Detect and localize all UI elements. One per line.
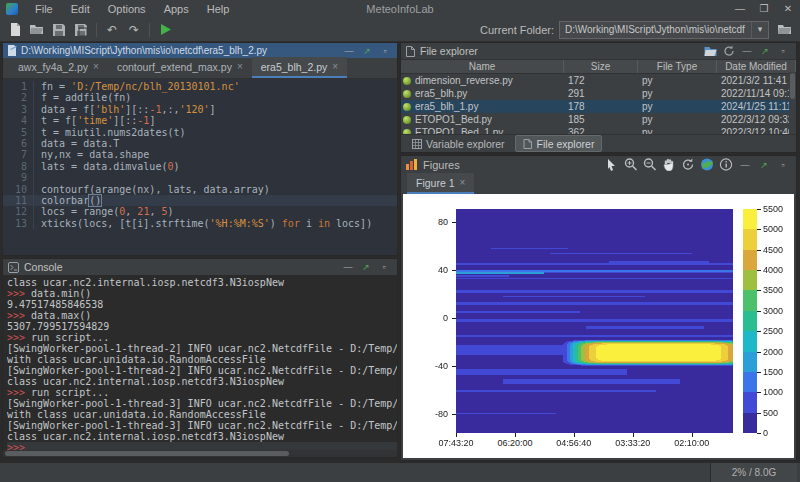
close-icon[interactable]: × [237,61,243,72]
file-table-scrollbar[interactable] [789,72,796,134]
code-line-10[interactable]: 10contourf(arange(nx), lats, data.array) [3,184,397,195]
menu-options[interactable]: Options [99,0,155,18]
python-file-icon [403,129,411,135]
window-close-button[interactable]: ✕ [776,0,800,18]
scrollbar-thumb[interactable] [5,451,289,456]
figures-float-button[interactable]: ↗ [756,158,772,172]
figures-minimize-button[interactable]: — [737,158,753,172]
table-row[interactable]: era5_blh.py291py2022/11/14 09:11 [401,87,796,100]
column-header-date-modified[interactable]: Date Modified [717,60,796,73]
line-number: 3 [3,104,34,115]
code-text: lats = data.dimvalue(0) [41,161,180,172]
colorbar-segment [743,372,757,392]
code-line-6[interactable]: 6data = data.T [3,138,397,149]
globe-icon[interactable] [699,158,715,171]
console-output[interactable]: class ucar.nc2.internal.iosp.netcdf3.N3i… [3,275,397,450]
run-script-button[interactable] [154,20,176,40]
file-explorer-maximize-button[interactable]: ▫ [775,44,791,58]
current-folder-combobox[interactable]: D:\Working\MIScript\Jython\mis\io\netcdf… [559,21,769,39]
file-explorer-float-button[interactable]: ↗ [757,44,773,58]
code-text: ny,nx = data.shape [41,149,149,160]
colorbar-tick-mark [757,392,761,393]
code-editor[interactable]: 1fn = 'D:/Temp/nc/blh_20130101.nc'2f = a… [3,79,397,255]
code-line-5[interactable]: 5t = miutil.nums2dates(t) [3,127,397,138]
scrollbar-thumb[interactable] [790,73,795,99]
column-header-name[interactable]: Name [401,60,564,73]
memory-indicator[interactable]: 2% / 8.0G [710,463,797,482]
figures-maximize-button[interactable]: ▫ [775,158,791,172]
menu-apps[interactable]: Apps [155,0,198,18]
colorbar-tick-mark [757,311,761,312]
zoom-out-icon[interactable] [642,158,658,171]
chevron-down-icon[interactable]: ▾ [751,22,768,38]
window-maximize-button[interactable]: ❐ [752,0,776,18]
colorbar-tick-mark [757,250,761,251]
editor-tab-era5_blh_2.py[interactable]: era5_blh_2.py× [252,57,347,78]
current-folder-label: Current Folder: [480,24,554,36]
file-name-cell: dimension_reverse.py [401,74,564,87]
zoom-in-icon[interactable] [623,158,639,171]
refresh-icon[interactable] [721,45,737,57]
menu-edit[interactable]: Edit [62,0,99,18]
line-number: 5 [3,127,34,138]
table-row[interactable]: ETOPO1_Bed_1.py362py2022/3/12 10:40 [401,126,796,134]
menu-help[interactable]: Help [198,0,239,18]
tab-file-explorer[interactable]: File explorer [515,135,603,152]
table-row[interactable]: dimension_reverse.py172py2021/3/2 11:41 [401,74,796,87]
window-minimize-button[interactable]: — [728,0,752,18]
save-all-button[interactable] [70,20,92,40]
code-line-2[interactable]: 2f = addfile(fn) [3,92,397,103]
code-line-3[interactable]: 3data = f['blh'][::-1,:,'120'] [3,104,397,115]
console-maximize-button[interactable]: ▫ [376,260,392,274]
code-line-8[interactable]: 8lats = data.dimvalue(0) [3,161,397,172]
info-icon[interactable] [718,158,734,171]
close-icon[interactable]: × [332,61,338,72]
close-icon[interactable]: × [460,177,466,188]
pan-hand-icon[interactable] [661,158,677,171]
run-icon [160,24,171,35]
file-explorer-panel: File explorer — ↗ ▫ NameSizeFile TypeDat… [400,42,797,153]
undo-button[interactable]: ↶ [101,20,123,40]
save-button[interactable] [48,20,70,40]
rotate-icon[interactable] [680,158,696,171]
column-header-size[interactable]: Size [564,60,638,73]
console-float-button[interactable]: ↗ [358,260,374,274]
file-explorer-minimize-button[interactable]: — [739,44,755,58]
figure-heatmap[interactable] [456,209,733,433]
menu-file[interactable]: File [26,0,62,18]
open-folder-icon[interactable] [703,46,719,57]
code-line-13[interactable]: 13xticks(locs, [t[i].strftime('%H:%M:%S'… [3,218,397,229]
editor-tab-contourf_extend_max.py[interactable]: contourf_extend_max.py× [108,57,252,78]
code-line-1[interactable]: 1fn = 'D:/Temp/nc/blh_20130101.nc' [3,81,397,92]
console-horizontal-scrollbar[interactable] [3,450,397,457]
column-header-file-type[interactable]: File Type [638,60,717,73]
console-minimize-button[interactable]: — [340,260,356,274]
close-icon[interactable]: × [93,61,99,72]
colorbar-tick-mark [757,372,761,373]
console-command: run script... [31,332,109,343]
editor-minimize-button[interactable]: — [341,44,357,58]
editor-tab-awx_fy4a_2.py[interactable]: awx_fy4a_2.py× [9,57,108,78]
code-line-4[interactable]: 4t = f['time'][::-1] [3,115,397,126]
line-number: 11 [3,195,34,206]
figure-area: 80400-40-8007:43:2006:20:0004:56:4003:33… [403,194,794,458]
editor-float-button[interactable]: ↗ [359,44,375,58]
x-tick-mark [692,433,693,437]
select-arrow-icon[interactable] [604,159,620,171]
code-line-11[interactable]: 11colorbar() [3,195,397,206]
open-file-button[interactable] [26,20,48,40]
new-file-button[interactable] [4,20,26,40]
file-modified-cell: 2022/11/14 09:11 [717,87,796,100]
editor-maximize-button[interactable]: ▫ [377,44,393,58]
table-row[interactable]: era5_blh_1.py178py2024/1/25 11:11 [401,100,796,113]
prompt-icon: >>> [7,332,31,343]
code-line-7[interactable]: 7ny,nx = data.shape [3,149,397,160]
browse-folder-button[interactable] [774,20,796,40]
code-line-12[interactable]: 12locs = range(0, 21, 5) [3,206,397,217]
tab-figure-1[interactable]: Figure 1 × [407,173,474,194]
line-number: 10 [3,184,34,195]
code-line-9[interactable]: 9 [3,172,397,183]
table-row[interactable]: ETOPO1_Bed.py185py2022/3/12 09:32 [401,113,796,126]
tab-variable-explorer[interactable]: Variable explorer [405,136,512,151]
redo-button[interactable]: ↷ [123,20,145,40]
